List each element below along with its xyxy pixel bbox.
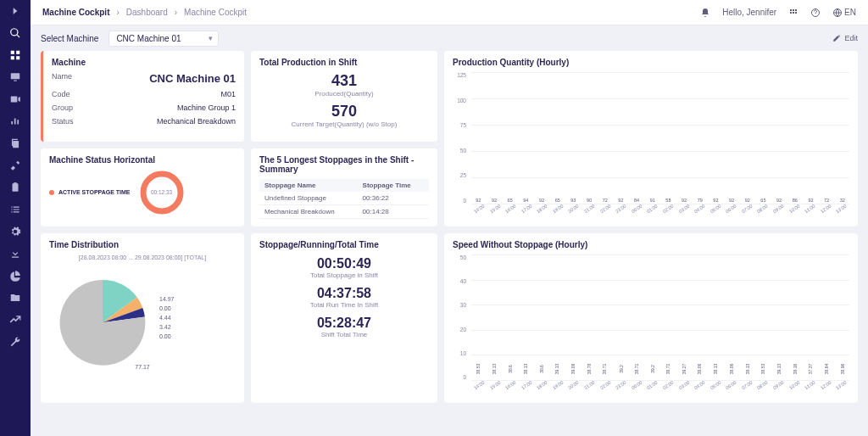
svg-rect-0 [11, 51, 14, 54]
svg-rect-11 [793, 9, 794, 11]
monitor-icon[interactable] [9, 71, 21, 83]
wrench-icon[interactable] [9, 336, 21, 348]
speed-hourly-chart: Speed Without Stoppage (Hourly) 50403020… [444, 233, 858, 403]
svg-rect-9 [14, 182, 17, 184]
breadcrumb-current: Machine Cockpit [184, 8, 247, 17]
svg-rect-5 [14, 81, 17, 81]
gear-icon[interactable] [9, 226, 21, 238]
machine-status-card: Machine Status Horizontal ACTIVE STOPPAG… [41, 148, 244, 227]
sidebar [0, 0, 31, 436]
user-greeting[interactable]: Hello, Jennifer [722, 8, 776, 17]
stoppage-running-total-card: Stoppage/Running/Total Time 00:50:49 Tot… [251, 233, 437, 403]
breadcrumb: Machine Cockpit › Dashboard › Machine Co… [42, 8, 247, 17]
stoppage-donut: 00:12:33 [139, 170, 185, 215]
breadcrumb-dashboard[interactable]: Dashboard [126, 8, 168, 17]
topbar: Machine Cockpit › Dashboard › Machine Co… [31, 0, 868, 25]
svg-rect-12 [795, 9, 797, 11]
help-icon[interactable] [810, 8, 821, 18]
folder-icon[interactable] [9, 292, 21, 304]
svg-rect-7 [13, 141, 19, 148]
list-icon[interactable] [9, 204, 21, 215]
svg-rect-14 [793, 12, 794, 14]
table-row: Undefined Stoppage00:36:22 [259, 192, 429, 205]
subbar: Select Machine CNC Machine 01 Edit [31, 25, 868, 51]
svg-rect-10 [790, 9, 792, 11]
longest-stoppages-card: The 5 Longest Stoppages in the Shift - S… [251, 148, 437, 227]
table-row: Mechanical Breakdown00:14:28 [259, 204, 429, 218]
edit-button[interactable]: Edit [832, 34, 858, 42]
breadcrumb-root: Machine Cockpit [42, 8, 109, 17]
pie-chart [49, 264, 156, 371]
video-icon[interactable] [9, 93, 21, 105]
tools-icon[interactable] [9, 159, 21, 171]
select-machine-label: Select Machine [41, 34, 98, 43]
time-distribution-card: Time Distribution [28.08.2023 08:00 ... … [41, 233, 244, 403]
expand-icon[interactable] [9, 5, 21, 17]
svg-rect-3 [16, 56, 19, 59]
svg-rect-6 [11, 97, 18, 103]
svg-rect-8 [13, 183, 19, 191]
copy-icon[interactable] [9, 137, 21, 149]
production-hourly-chart: Production Quantity (Hourly) 12510075502… [444, 51, 858, 226]
machine-select[interactable]: CNC Machine 01 [108, 31, 219, 47]
clipboard-icon[interactable] [9, 182, 21, 193]
svg-rect-15 [795, 12, 797, 14]
language-selector[interactable]: EN [832, 8, 856, 18]
analytics-icon[interactable] [9, 115, 21, 127]
apps-icon[interactable] [788, 8, 798, 18]
total-production-card: Total Production in Shift 431 Produced(Q… [251, 51, 437, 142]
svg-rect-13 [790, 12, 792, 14]
machine-info-card: Machine NameCNC Machine 01 CodeM01 Group… [41, 51, 244, 142]
download-icon[interactable] [9, 248, 21, 260]
svg-rect-4 [11, 73, 20, 79]
svg-rect-1 [16, 51, 19, 54]
bell-icon[interactable] [700, 8, 710, 18]
pie-icon[interactable] [9, 270, 21, 282]
dashboard-icon[interactable] [9, 49, 21, 61]
search-icon[interactable] [9, 27, 21, 39]
svg-rect-2 [11, 56, 14, 59]
trend-icon[interactable] [9, 314, 21, 326]
